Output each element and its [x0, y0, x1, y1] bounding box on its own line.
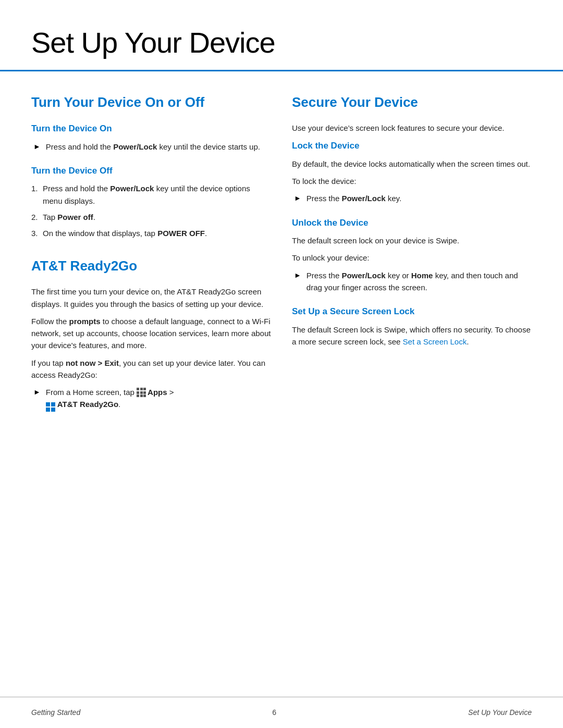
list-item: 3. On the window that displays, tap POWE…	[31, 227, 271, 239]
att-ready2go-app-icon	[46, 398, 55, 412]
subsection-turn-on-heading: Turn the Device On	[31, 122, 271, 135]
section-att-ready2go-heading: AT&T Ready2Go	[31, 256, 271, 276]
lock-device-para1: By default, the device locks automatical…	[292, 158, 532, 170]
footer-page-number: 6	[272, 707, 276, 718]
att-ready2go-bullet: ► From a Home screen, tap Apps >	[31, 386, 271, 412]
section-secure-device-heading: Secure Your Device	[292, 92, 532, 113]
bullet-arrow-icon: ►	[33, 387, 41, 398]
bullet-arrow-icon: ►	[33, 141, 41, 152]
att-ready2go-para2: Follow the prompts to choose a default l…	[31, 315, 271, 352]
content-area: Turn Your Device On or Off Turn the Devi…	[0, 71, 563, 437]
apps-icon	[137, 388, 146, 397]
section-turn-device-heading: Turn Your Device On or Off	[31, 92, 271, 113]
set-screen-lock-link[interactable]: Set a Screen Lock	[403, 337, 467, 346]
page-container: Set Up Your Device Turn Your Device On o…	[0, 0, 563, 728]
unlock-device-bullet: ► Press the Power/Lock key or Home key, …	[292, 269, 532, 294]
list-item: 2. Tap Power off.	[31, 211, 271, 223]
att-ready2go-bullet-text: From a Home screen, tap Apps > AT&T Re​a…	[46, 386, 174, 412]
lock-device-para2: To lock the device:	[292, 175, 532, 187]
list-item: 1. Press and hold the Power/Lock key unt…	[31, 182, 271, 207]
bullet-arrow-icon: ►	[294, 270, 301, 281]
left-column: Turn Your Device On or Off Turn the Devi…	[31, 92, 271, 416]
att-ready2go-para3: If you tap not now > Exit, you can set u…	[31, 357, 271, 381]
header-section: Set Up Your Device	[0, 0, 563, 71]
att-ready2go-para1: The first time you turn your device on, …	[31, 286, 271, 310]
turn-on-bullet: ► Press and hold the Power/Lock key unti…	[31, 141, 271, 153]
lock-device-bullet-text: Press the Power/Lock key.	[307, 192, 401, 204]
subsection-secure-screen-lock-heading: Set Up a Secure Screen Lock	[292, 305, 532, 318]
subsection-unlock-device-heading: Unlock the Device	[292, 216, 532, 230]
subsection-turn-off-heading: Turn the Device Off	[31, 164, 271, 178]
unlock-device-bullet-text: Press the Power/Lock key or Home key, an…	[307, 269, 532, 294]
footer: Getting Started 6 Set Up Your Device	[0, 697, 563, 728]
page-title: Set Up Your Device	[31, 21, 532, 65]
att-ready2go-section: AT&T Ready2Go The first time you turn yo…	[31, 256, 271, 412]
footer-left: Getting Started	[31, 707, 80, 718]
turn-on-bullet-text: Press and hold the Power/Lock key until …	[46, 141, 260, 153]
subsection-lock-device-heading: Lock the Device	[292, 139, 532, 153]
secure-device-intro: Use your device’s screen lock features t…	[292, 122, 532, 134]
turn-off-list: 1. Press and hold the Power/Lock key unt…	[31, 182, 271, 239]
right-column: Secure Your Device Use your device’s scr…	[292, 92, 532, 416]
secure-screen-lock-para: The default Screen lock is Swipe, which …	[292, 324, 532, 348]
unlock-device-para2: To unlock your device:	[292, 252, 532, 264]
bullet-arrow-icon: ►	[294, 193, 301, 204]
unlock-device-para1: The default screen lock on your device i…	[292, 235, 532, 246]
lock-device-bullet: ► Press the Power/Lock key.	[292, 192, 532, 204]
footer-right: Set Up Your Device	[468, 707, 532, 718]
